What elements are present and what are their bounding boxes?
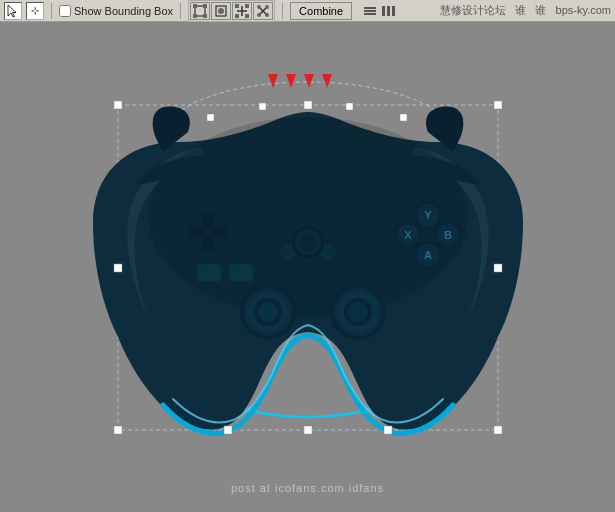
svg-rect-78	[400, 114, 407, 121]
transform-icon-group	[188, 0, 275, 22]
arrange-icon[interactable]	[362, 3, 378, 19]
separator-2	[180, 3, 181, 19]
svg-point-14	[257, 13, 261, 17]
svg-rect-34	[198, 265, 220, 281]
controller-svg: Y X B A	[63, 67, 553, 467]
svg-rect-9	[245, 4, 249, 8]
toolbar-right-text: 慧修设计论坛 谁 谁 bps-ky.com	[440, 3, 611, 18]
svg-text:X: X	[404, 229, 412, 241]
svg-rect-11	[245, 14, 249, 18]
svg-point-52	[299, 233, 317, 251]
red-arrow-4	[322, 74, 332, 88]
distribute-icon[interactable]	[381, 3, 397, 19]
transform-btn-3[interactable]	[232, 2, 252, 20]
svg-rect-20	[387, 6, 390, 16]
svg-rect-10	[235, 14, 239, 18]
svg-rect-68	[114, 264, 122, 272]
svg-rect-17	[364, 10, 376, 12]
svg-rect-21	[392, 6, 395, 16]
canvas-area[interactable]: Y X B A	[0, 22, 615, 512]
svg-rect-35	[230, 265, 252, 281]
cursor-tool-icon[interactable]	[4, 2, 22, 20]
svg-point-40	[258, 302, 278, 322]
svg-point-7	[218, 8, 224, 14]
svg-text:B: B	[444, 229, 452, 241]
svg-rect-65	[114, 101, 122, 109]
svg-rect-69	[494, 264, 502, 272]
svg-point-13	[265, 5, 269, 9]
select-tool-icon[interactable]: ⊹	[26, 2, 44, 20]
right-toolbar-icons	[362, 3, 397, 19]
svg-rect-71	[224, 426, 232, 434]
svg-rect-74	[494, 426, 502, 434]
svg-rect-18	[364, 13, 376, 15]
svg-rect-3	[203, 4, 207, 8]
svg-text:Y: Y	[424, 209, 432, 221]
transform-btn-1[interactable]	[190, 2, 210, 20]
svg-rect-16	[364, 7, 376, 9]
separator-1	[51, 3, 52, 19]
red-arrow-2	[286, 74, 296, 88]
svg-rect-30	[188, 226, 206, 238]
separator-3	[282, 3, 283, 19]
bounding-box-text: Show Bounding Box	[74, 5, 173, 17]
svg-rect-73	[384, 426, 392, 434]
svg-rect-66	[304, 101, 312, 109]
svg-rect-70	[114, 426, 122, 434]
combine-button[interactable]: Combine	[290, 2, 352, 20]
red-arrow-1	[268, 74, 278, 88]
svg-text:A: A	[424, 249, 432, 261]
svg-point-45	[348, 302, 368, 322]
svg-rect-5	[203, 14, 207, 18]
svg-rect-76	[259, 103, 266, 110]
svg-rect-31	[210, 226, 228, 238]
transform-btn-4[interactable]	[253, 2, 273, 20]
bounding-box-checkbox[interactable]	[59, 5, 71, 17]
red-arrows	[268, 74, 332, 88]
svg-rect-67	[494, 101, 502, 109]
svg-point-12	[257, 5, 261, 9]
svg-rect-72	[304, 426, 312, 434]
svg-rect-4	[193, 14, 197, 18]
svg-rect-77	[346, 103, 353, 110]
svg-rect-8	[235, 4, 239, 8]
svg-rect-19	[382, 6, 385, 16]
controller-container: Y X B A	[48, 52, 568, 482]
svg-point-15	[265, 13, 269, 17]
red-arrow-3	[304, 74, 314, 88]
svg-rect-75	[207, 114, 214, 121]
svg-marker-0	[8, 5, 16, 17]
svg-rect-2	[193, 4, 197, 8]
bounding-box-label[interactable]: Show Bounding Box	[59, 5, 173, 17]
watermark: post at icofans.com idfans	[231, 482, 384, 494]
transform-btn-2[interactable]	[211, 2, 231, 20]
toolbar: ⊹ Show Bounding Box	[0, 0, 615, 22]
